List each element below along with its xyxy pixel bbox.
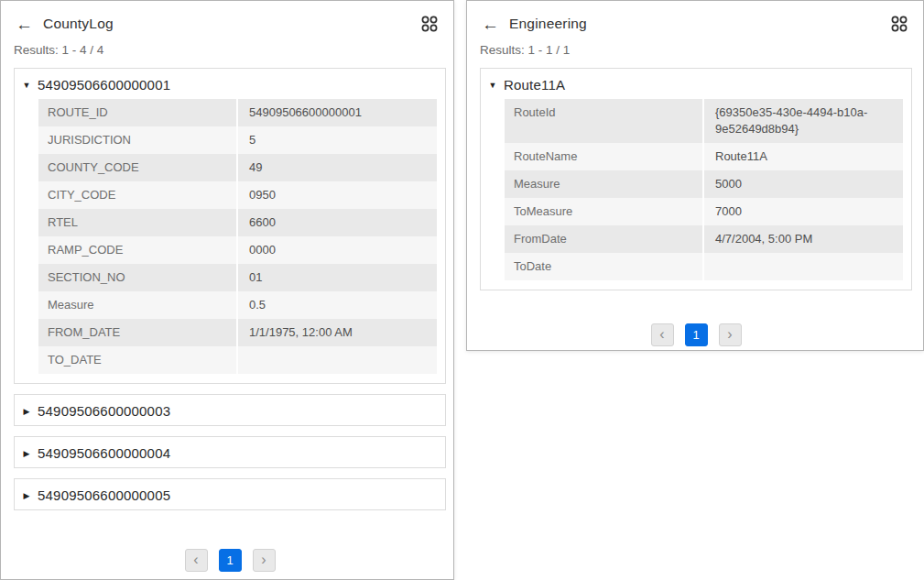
attribute-label: FromDate — [505, 225, 704, 253]
attribute-row: Measure 0.5 — [38, 291, 437, 319]
attribute-value: 5000 — [704, 170, 903, 198]
attribute-row: SECTION_NO 01 — [38, 264, 437, 291]
attribute-value: 7000 — [704, 198, 903, 225]
current-page-button[interactable]: 1 — [219, 549, 242, 572]
chevron-left-icon: ‹ — [193, 553, 198, 567]
feature-title: 54909506600000004 — [38, 445, 170, 461]
attribute-value — [238, 346, 437, 374]
attribute-row: RouteId {69350e35-430e-4494-b10a-9e52649… — [505, 99, 903, 143]
attribute-row: COUNTY_CODE 49 — [38, 154, 437, 181]
attribute-label: CITY_CODE — [38, 181, 238, 209]
attribute-value — [704, 253, 903, 280]
attribute-label: Measure — [505, 170, 704, 198]
panel-header: ← Engineering — [467, 1, 923, 33]
attribute-value: {69350e35-430e-4494-b10a-9e52649d8b94} — [704, 99, 903, 143]
attribute-label: ToDate — [505, 253, 704, 280]
attribute-row: RouteName Route11A — [505, 143, 903, 170]
attribute-table: ROUTE_ID 54909506600000001 JURISDICTION … — [38, 99, 437, 374]
feature-card-collapsed: ▶ 54909506600000005 — [14, 478, 446, 510]
feature-title: 54909506600000001 — [38, 77, 170, 93]
current-page-button[interactable]: 1 — [685, 323, 708, 346]
attribute-label: RouteId — [505, 99, 704, 143]
pagination: ‹ 1 › — [480, 323, 912, 346]
feature-card-expanded: ▼ 54909506600000001 ROUTE_ID 54909506600… — [14, 68, 446, 384]
attribute-label: COUNTY_CODE — [38, 154, 238, 181]
attribute-row: ToDate — [505, 253, 903, 280]
panel-header: ← CountyLog — [1, 1, 453, 33]
previous-page-button[interactable]: ‹ — [651, 323, 674, 346]
attribute-row: FromDate 4/7/2004, 5:00 PM — [505, 225, 903, 253]
chevron-right-icon: › — [261, 553, 266, 567]
engineering-panel: ← Engineering Results: 1 - 1 / 1 ▼ Route… — [466, 0, 924, 351]
attribute-value: 1/1/1975, 12:00 AM — [238, 319, 437, 346]
back-button[interactable]: ← — [482, 16, 499, 33]
attribute-table: RouteId {69350e35-430e-4494-b10a-9e52649… — [505, 99, 903, 280]
attribute-row: RAMP_CODE 0000 — [38, 236, 437, 264]
next-page-button[interactable]: › — [253, 549, 276, 572]
pagination: ‹ 1 › — [14, 549, 446, 572]
attribute-row: CITY_CODE 0950 — [38, 181, 437, 209]
attribute-row: ROUTE_ID 54909506600000001 — [38, 99, 437, 126]
countylog-panel: ← CountyLog Results: 1 - 4 / 4 ▼ 5490950… — [0, 0, 454, 580]
feature-title: Route11A — [504, 77, 565, 93]
attribute-row: RTEL 6600 — [38, 209, 437, 236]
caret-down-icon: ▼ — [488, 81, 497, 90]
caret-right-icon: ▶ — [22, 407, 31, 416]
page-number: 1 — [692, 328, 699, 342]
attribute-row: TO_DATE — [38, 346, 437, 374]
attribute-label: RTEL — [38, 209, 238, 236]
apps-icon[interactable] — [420, 15, 439, 33]
attribute-value: 6600 — [238, 209, 437, 236]
attribute-label: RAMP_CODE — [38, 236, 238, 264]
attribute-label: RouteName — [505, 143, 704, 170]
next-page-button[interactable]: › — [719, 323, 742, 346]
caret-right-icon: ▶ — [22, 491, 31, 500]
feature-header[interactable]: ▶ 54909506600000005 — [15, 479, 445, 509]
attribute-label: FROM_DATE — [38, 319, 238, 346]
results-count: Results: 1 - 4 / 4 — [1, 33, 453, 57]
apps-icon[interactable] — [890, 15, 908, 33]
attribute-label: SECTION_NO — [38, 264, 238, 291]
attribute-value: 49 — [238, 154, 437, 181]
feature-card-collapsed: ▶ 54909506600000004 — [14, 436, 446, 468]
attribute-row: FROM_DATE 1/1/1975, 12:00 AM — [38, 319, 437, 346]
feature-list: ▼ Route11A RouteId {69350e35-430e-4494-b… — [467, 57, 923, 346]
attribute-label: Measure — [38, 291, 238, 319]
feature-header[interactable]: ▶ 54909506600000003 — [15, 395, 445, 425]
attribute-row: Measure 5000 — [505, 170, 903, 198]
feature-list: ▼ 54909506600000001 ROUTE_ID 54909506600… — [1, 57, 453, 572]
attribute-label: TO_DATE — [38, 346, 238, 374]
back-button[interactable]: ← — [16, 16, 33, 33]
attribute-value: 01 — [238, 264, 437, 291]
panel-title: Engineering — [509, 16, 587, 32]
attribute-value: 4/7/2004, 5:00 PM — [704, 225, 903, 253]
feature-title: 54909506600000003 — [38, 403, 170, 419]
feature-card-expanded: ▼ Route11A RouteId {69350e35-430e-4494-b… — [480, 68, 912, 290]
attribute-row: JURISDICTION 5 — [38, 126, 437, 154]
attribute-value: 0950 — [238, 181, 437, 209]
feature-card-collapsed: ▶ 54909506600000003 — [14, 394, 446, 426]
attribute-row: ToMeasure 7000 — [505, 198, 903, 225]
chevron-right-icon: › — [727, 327, 732, 342]
page-number: 1 — [226, 553, 233, 567]
attribute-label: JURISDICTION — [38, 126, 238, 154]
attribute-value: 0000 — [238, 236, 437, 264]
attribute-value: 5 — [238, 126, 437, 154]
results-count: Results: 1 - 1 / 1 — [467, 33, 923, 57]
attribute-label: ROUTE_ID — [38, 99, 238, 126]
attribute-value: 0.5 — [238, 291, 437, 319]
feature-header[interactable]: ▼ 54909506600000001 — [15, 69, 445, 99]
caret-right-icon: ▶ — [22, 449, 31, 458]
feature-header[interactable]: ▼ Route11A — [481, 69, 911, 99]
feature-header[interactable]: ▶ 54909506600000004 — [15, 437, 445, 467]
panel-title: CountyLog — [43, 16, 114, 32]
chevron-left-icon: ‹ — [659, 327, 664, 342]
attribute-value: 54909506600000001 — [238, 99, 437, 126]
previous-page-button[interactable]: ‹ — [185, 549, 208, 572]
attribute-label: ToMeasure — [505, 198, 704, 225]
attribute-value: Route11A — [704, 143, 903, 170]
caret-down-icon: ▼ — [22, 81, 31, 90]
feature-title: 54909506600000005 — [38, 487, 170, 503]
